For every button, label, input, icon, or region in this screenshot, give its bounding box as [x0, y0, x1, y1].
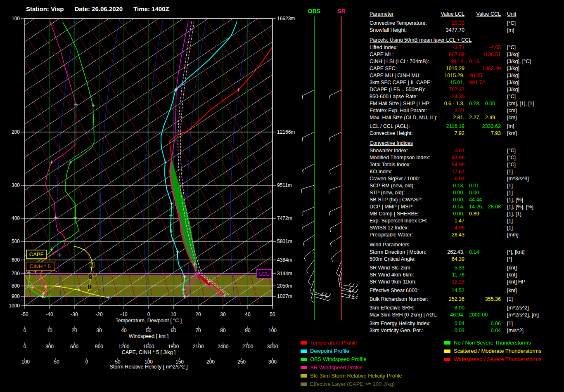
- wind-barb-tick: [308, 282, 310, 285]
- axis-label: 800: [12, 283, 20, 289]
- axis-label: CAPE, CINH * 5 [ J/kg ]: [122, 349, 176, 355]
- parameter-value: 64.39: [452, 256, 464, 262]
- parameter-unit: [J/kg], [°C]: [507, 58, 531, 65]
- axis-label: 70: [195, 328, 201, 333]
- parameter-value: 1015.29,: [444, 73, 464, 78]
- table-row: STP (new, old):0.00,0.00[1]: [370, 189, 564, 196]
- table-row: FM Hail Size | SHIP | LHP:0.6 - 1.3,0.28…: [370, 100, 564, 107]
- axis-label: -50: [52, 359, 59, 365]
- axis-label: 400: [12, 215, 20, 221]
- parameter-unit: [m/s^2]: [507, 327, 524, 334]
- parameter-value: -4.65: [489, 45, 501, 50]
- table-section-header: Wind Parameters: [370, 241, 564, 248]
- wind-barb-tick: [303, 227, 303, 231]
- parameter-value: 1015.29: [446, 66, 464, 71]
- curve-marker: [69, 161, 72, 164]
- wind-barb-tick: [325, 293, 327, 296]
- axis-label: 7472m: [277, 215, 292, 221]
- axis-label: 1800: [168, 344, 179, 349]
- table-row: SWISS 12 Index:-4.96[1]: [370, 224, 564, 231]
- parameter-value: 3.71: [455, 108, 464, 113]
- parameter-unit: [1]: [507, 168, 513, 175]
- wind-barb: [329, 90, 341, 96]
- moist-adiabat: [100, 19, 120, 306]
- legend-swatch-icon: [444, 341, 450, 345]
- legend-label: Temperature Profile: [310, 340, 357, 346]
- axis-label: 200: [206, 359, 215, 365]
- wind-barb: [303, 235, 314, 242]
- dry-adiabat: [83, 19, 224, 306]
- table-row: Modified Thompson Index:43.96[°C]: [370, 154, 564, 161]
- legend-label: Effective Layer (CAPE >= 100 J/kg): [310, 381, 395, 387]
- wind-barb-tick: [353, 283, 355, 287]
- wind-barb-tick: [302, 138, 303, 142]
- table-row: Convective Height:7.927.93[km]: [370, 130, 564, 137]
- parameter-value: 262.43,: [447, 249, 464, 255]
- parameter-value: 2.27,: [469, 115, 481, 120]
- parameter-value: 0.00: [485, 101, 495, 106]
- axis-label: 900: [12, 293, 20, 299]
- wind-barb: [304, 249, 314, 257]
- parameter-value: 2.49: [485, 115, 495, 120]
- parameter-unit: [°C]: [507, 147, 516, 154]
- axis-label: 300: [45, 344, 54, 349]
- axis-label: Temperature, Dewpoint [ °C ]: [116, 318, 182, 324]
- curve-marker: [50, 161, 53, 164]
- table-row: LCL / CCL (AGL):2116.192333.62[m]: [370, 123, 564, 130]
- table-row: Showalter Index:-3.01[°C]: [370, 147, 564, 154]
- table-row: 850-600 Lapse Rate:24.35[°C]: [370, 93, 564, 100]
- parameter-value: 43.96: [452, 155, 464, 161]
- axis-label: 300: [12, 182, 20, 188]
- parameter-unit: [°C]: [507, 93, 516, 100]
- parameter-unit: [cm], [1], [1]: [507, 100, 534, 107]
- wind-barb-tick: [336, 273, 339, 276]
- wind-barb-tick: [311, 300, 314, 302]
- parameter-value: 26.43: [452, 232, 464, 238]
- axis-label: 16623m: [277, 16, 295, 21]
- isotherm-diagonal: [124, 19, 363, 306]
- axis-label: 200: [12, 129, 20, 135]
- parameter-value: 44.44: [469, 197, 482, 203]
- sounding-analysis-screen: Station: VispDate: 26.06.2020Time: 1400Z…: [0, 0, 564, 392]
- parameter-unit: [km]: [507, 130, 517, 137]
- legend-label: Sfc-3km Storm Relative Helicity Profile: [310, 373, 402, 379]
- axis-label: 4384m: [277, 257, 292, 263]
- wind-barb: [302, 90, 314, 96]
- parameter-value: 807.09: [449, 52, 464, 57]
- axis-label: 2050m: [277, 283, 292, 289]
- curve-marker: [58, 253, 62, 257]
- wind-barb-tick: [330, 229, 331, 232]
- wind-barb: [329, 132, 341, 138]
- axis-label: 20: [71, 328, 77, 333]
- table-row: Convective Temperature:29.33[°C]: [370, 20, 564, 27]
- wind-barb: [302, 207, 314, 213]
- wind-barb: [329, 206, 341, 212]
- parameter-unit: [1]: [507, 217, 513, 224]
- parcel-ascent: [171, 21, 223, 296]
- axis-label: 600: [70, 344, 78, 349]
- table-row: Storm Direction | Motion:262.43,8.14[°],…: [370, 249, 564, 256]
- legend-item: Widespread / Severe Thunderstorms: [444, 356, 541, 364]
- axis-label: 250: [237, 359, 246, 365]
- parameter-value: 0.00,: [453, 197, 464, 203]
- dry-adiabat: [291, 19, 363, 306]
- table-row: 3km Effective SRH:8.00[m^2/s^2]: [370, 305, 564, 312]
- parameter-unit: [J/kg]: [507, 86, 519, 93]
- wind-barb-tick: [356, 284, 358, 287]
- dry-adiabat: [239, 19, 363, 306]
- wind-barb-tick: [321, 296, 323, 299]
- wind-barb-tick: [329, 138, 330, 142]
- axis-label: Storm Relative Helicity [ m^2/s^2 ]: [110, 364, 188, 370]
- dry-adiabat: [309, 19, 363, 306]
- table-row: CAPE ML:807.091136.51[J/kg]: [370, 51, 564, 58]
- axis-label: 0: [24, 328, 26, 333]
- axis-label: 90: [245, 328, 251, 333]
- parameter-unit: [1]: [507, 320, 513, 327]
- wind-barb-tick: [349, 283, 351, 286]
- table-section-header: Parcels: Using 50mB mean layer LCL + CCL: [370, 37, 564, 44]
- parameter-value: 54.96: [452, 162, 464, 168]
- wind-barb: [306, 260, 314, 271]
- axis-label: -50: [21, 312, 28, 317]
- wind-barb: [303, 221, 314, 227]
- table-row: KO Index:-17.62[1]: [370, 168, 564, 175]
